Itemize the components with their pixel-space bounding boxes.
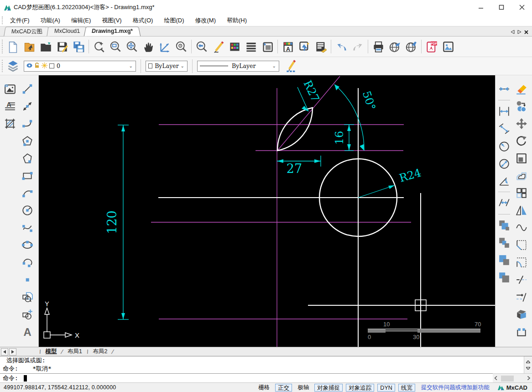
polyline-edit-icon[interactable] [514,324,529,339]
open-cloud-icon[interactable] [21,38,37,55]
layer-dropdown-icon[interactable]: ⌄ [127,63,135,68]
toggle-ortho[interactable]: 正交 [275,384,292,392]
construction-line-icon[interactable] [20,99,35,114]
single-text-icon[interactable]: A [20,324,35,339]
tab-model[interactable]: 模型 [41,347,61,356]
dim-aligned-icon[interactable] [497,121,511,136]
property-edit-icon[interactable] [313,38,329,55]
break-at-point-icon[interactable] [514,290,529,304]
erase-icon[interactable] [514,82,529,96]
page-setup-icon[interactable] [259,38,276,55]
region-create-icon[interactable] [20,307,35,322]
zoom-window-icon[interactable] [107,38,124,55]
arc-continue-icon[interactable] [20,255,35,270]
text-style-icon[interactable]: A [280,38,296,55]
chamfer-icon[interactable] [514,238,529,252]
menu-function[interactable]: 功能(A) [35,15,66,26]
dim-continue-icon[interactable] [497,196,511,210]
tab-mxcloud1[interactable]: MxCloud1 [47,26,88,36]
redo-icon[interactable] [349,38,366,55]
dim-linear-icon[interactable] [497,104,511,119]
web-publish-icon[interactable] [386,38,403,55]
layer-select[interactable]: 0 ⌄ [24,61,136,72]
web-open-icon[interactable] [403,38,419,55]
menu-edit[interactable]: 编辑(E) [66,15,96,26]
region-icon[interactable] [20,290,35,304]
layout-scroll-right-icon[interactable] [9,348,16,355]
array-icon[interactable] [514,186,529,200]
maximize-button[interactable] [491,0,511,14]
command-horizontal-scrollbar[interactable] [493,373,532,383]
tab-scroll-right-icon[interactable] [517,28,522,36]
minimize-button[interactable] [470,0,491,14]
close-button[interactable] [511,0,532,14]
tab-mxcad-cloud[interactable]: MxCAD云图 [4,26,50,36]
zoom-scale-icon[interactable] [91,38,107,55]
menu-format[interactable]: 格式(O) [127,15,159,26]
draw-style-pencil-icon[interactable] [283,58,299,74]
arc-icon[interactable] [20,186,35,200]
scroll-right-icon[interactable] [526,376,532,381]
tab-scroll-left-icon[interactable] [511,28,515,36]
print-icon[interactable] [370,38,386,55]
circle-tool-icon[interactable] [20,203,35,218]
rectangle-icon[interactable] [20,168,35,183]
dim-radius-icon[interactable] [497,139,511,153]
tab-drawing1[interactable]: Drawing1.mxg* [84,26,141,36]
zoom-previous-icon[interactable] [193,38,210,55]
layout-scroll-left-icon[interactable] [1,348,8,355]
point-icon[interactable] [20,272,35,287]
quick-select-icon[interactable] [296,38,313,55]
command-input[interactable]: 命令: [0,373,493,383]
polyline-icon[interactable] [20,116,35,131]
layers-icon[interactable] [5,58,21,74]
pan-icon[interactable] [140,38,156,55]
undo-icon[interactable] [333,38,349,55]
revision-curve-icon[interactable] [514,220,529,235]
save-as-icon[interactable] [70,38,87,55]
copy-icon[interactable] [514,99,529,114]
feedback-link[interactable]: 提交软件问题或增加新功能 [421,384,490,392]
menu-draw[interactable]: 绘图(D) [158,15,189,26]
ellipse-icon[interactable] [20,238,35,252]
scrollbar-thumb[interactable] [501,376,514,382]
new-file-icon[interactable] [5,38,21,55]
color-palette-icon[interactable] [226,38,243,55]
zoom-center-icon[interactable] [173,38,189,55]
draworder-above-icon[interactable] [497,218,511,233]
drawing-canvas[interactable]: 120 27 16 50° R27 R24 0 10 30 70 [39,75,495,347]
draworder-back-icon[interactable] [497,270,511,285]
scale-icon[interactable] [514,151,529,166]
save-icon[interactable] [54,38,70,55]
sketch-pencil-icon[interactable] [210,38,226,55]
tab-close-icon[interactable] [524,28,528,36]
polygon-irregular-icon[interactable] [20,151,35,166]
toggle-polar[interactable]: 极轴 [295,384,311,392]
export-pdf-icon[interactable]: PDF [423,38,440,55]
move-icon[interactable] [514,116,529,131]
scroll-up-icon[interactable] [525,360,532,364]
fillet-icon[interactable] [514,255,529,270]
menu-modify[interactable]: 修改(M) [189,15,221,26]
toggle-grid[interactable]: 栅格 [256,384,272,392]
draworder-front-icon[interactable] [497,253,511,267]
open-file-icon[interactable] [37,38,54,55]
insert-image-tool-icon[interactable] [3,82,17,96]
mirror-icon[interactable] [514,203,529,218]
color-select[interactable]: ByLayer ⌄ [146,61,188,72]
toggle-osnap[interactable]: 对象捕捉 [314,384,343,392]
tab-layout2[interactable]: 布局2 [88,347,112,356]
text-paragraph-icon[interactable]: A [3,99,17,114]
dim-diameter-icon[interactable] [497,156,511,171]
spline-icon[interactable] [20,220,35,235]
rotate-icon[interactable] [514,134,529,148]
tab-layout1[interactable]: 布局1 [63,347,87,356]
zoom-extents-icon[interactable] [124,38,140,55]
toggle-lineweight[interactable]: 线宽 [398,384,415,392]
menu-help[interactable]: 帮助(H) [221,15,252,26]
offset-icon[interactable] [514,168,529,183]
scroll-left-icon[interactable] [493,376,499,381]
scroll-down-icon[interactable] [525,366,532,371]
polygon-icon[interactable] [20,134,35,148]
insert-image-icon[interactable] [440,38,456,55]
